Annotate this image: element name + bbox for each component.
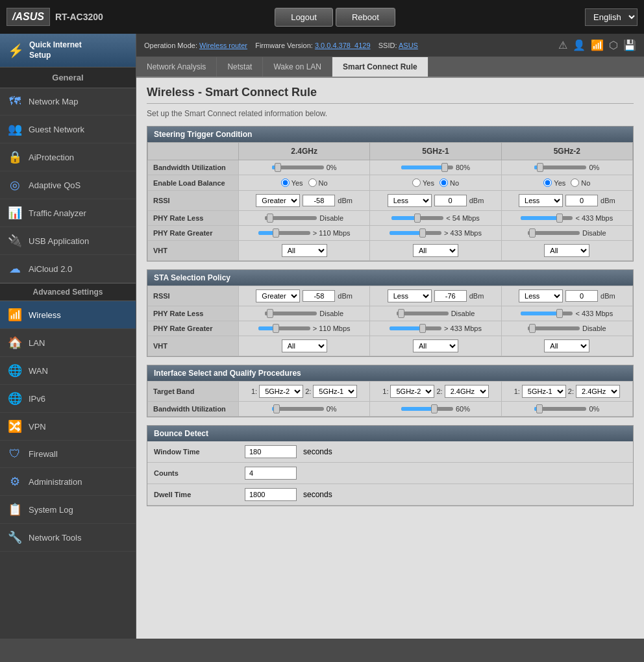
sta-phy-less-slider-51[interactable] <box>397 312 449 315</box>
firmware-value[interactable]: 3.0.0.4.378_4129 <box>315 42 371 49</box>
steering-col-5ghz2: 5GHz-2 <box>501 143 632 160</box>
ssid-value[interactable]: ASUS <box>399 42 418 49</box>
sidebar-item-ipv6[interactable]: 🌐 IPv6 <box>0 385 136 413</box>
sidebar-item-adaptive-qos[interactable]: ◎ Adaptive QoS <box>0 171 136 199</box>
sta-vht-24-select[interactable]: All01 <box>282 339 327 352</box>
iface-bw-slider-51[interactable] <box>401 407 453 411</box>
load-balance-24-no[interactable]: No <box>308 178 328 187</box>
sta-rssi-52-val[interactable] <box>565 290 598 302</box>
rssi-52-val[interactable] <box>565 195 598 206</box>
bounce-counts-input[interactable] <box>245 467 297 480</box>
sidebar-item-network-map[interactable]: 🗺 Network Map <box>0 88 136 116</box>
sidebar-item-vpn[interactable]: 🔀 VPN <box>0 413 136 441</box>
sidebar: ⚡ Quick InternetSetup General 🗺 Network … <box>0 34 136 639</box>
bounce-dwell-input[interactable] <box>245 488 297 501</box>
bounce-counts-label: Counts <box>154 469 238 477</box>
vht-52-select[interactable]: All01 <box>544 244 589 257</box>
tb-col2-2-select[interactable]: 2.4GHz5GHz-15GHz-2 <box>445 385 489 398</box>
bounce-window-input[interactable] <box>245 445 297 458</box>
phy-less-slider-24[interactable] <box>265 216 317 220</box>
sidebar-item-aiprotection[interactable]: 🔒 AiProtection <box>0 143 136 171</box>
interface-section-header: Interface Select and Qualify Procedures <box>147 365 633 381</box>
bw-slider-51[interactable] <box>401 166 453 169</box>
sta-phy-greater-slider-51[interactable] <box>390 326 441 330</box>
traffic-analyzer-icon: 📊 <box>8 206 22 220</box>
iface-bw-val-52: 0% <box>589 405 599 413</box>
load-balance-51-no[interactable]: No <box>440 178 459 187</box>
sta-vht-51-select[interactable]: All01 <box>413 339 458 352</box>
usb-application-icon: 🔌 <box>8 234 22 248</box>
sidebar-item-system-log[interactable]: 📋 System Log <box>0 496 136 524</box>
load-balance-24-yes[interactable]: Yes <box>281 178 303 187</box>
rssi-24-val[interactable] <box>303 195 335 206</box>
tab-netstat[interactable]: Netstat <box>217 57 263 77</box>
bw-slider-24[interactable] <box>272 166 324 169</box>
phy-greater-slider-51[interactable] <box>390 231 441 235</box>
iface-bw-slider-52[interactable] <box>534 407 586 411</box>
logout-button[interactable]: Logout <box>275 8 333 27</box>
tb-col3-2-select[interactable]: 2.4GHz5GHz-15GHz-2 <box>576 385 620 398</box>
sidebar-item-traffic-analyzer[interactable]: 📊 Traffic Analyzer <box>0 199 136 227</box>
sidebar-item-administration[interactable]: ⚙ Administration <box>0 468 136 496</box>
sta-vht-52-select[interactable]: All01 <box>544 339 589 352</box>
sidebar-item-firewall[interactable]: 🛡 Firewall <box>0 441 136 468</box>
tb-col2-1-select[interactable]: 5GHz-25GHz-12.4GHz <box>390 385 434 398</box>
sidebar-item-usb-application[interactable]: 🔌 USB Application <box>0 227 136 255</box>
vht-24-select[interactable]: All01 <box>282 244 327 257</box>
load-balance-52-no[interactable]: No <box>571 178 590 187</box>
sidebar-item-network-tools[interactable]: 🔧 Network Tools <box>0 524 136 552</box>
sta-phy-greater-slider-52[interactable] <box>528 326 580 330</box>
sidebar-item-network-tools-label: Network Tools <box>29 533 81 543</box>
bounce-dwell-row: Dwell Time seconds <box>147 484 633 506</box>
sidebar-item-wan[interactable]: 🌐 WAN <box>0 357 136 385</box>
target-band-label: Target Band <box>148 382 239 402</box>
phy-less-slider-51[interactable] <box>391 216 443 220</box>
phy-greater-val-51: > 433 Mbps <box>444 229 482 237</box>
bw-slider-52[interactable] <box>534 166 586 169</box>
sta-phy-greater-slider-24[interactable] <box>258 326 310 330</box>
rssi-51-op[interactable]: LessGreater <box>388 194 432 207</box>
rssi-51-val[interactable] <box>434 195 467 206</box>
page-title: Wireless - Smart Connect Rule <box>147 86 634 104</box>
iface-bw-label: Bandwidth Utilization <box>148 402 239 417</box>
table-row: VHT All01 <box>148 241 633 261</box>
phy-greater-24: > 110 Mbps <box>239 226 370 241</box>
tb-col1-1-select[interactable]: 5GHz-25GHz-12.4GHz <box>259 385 303 398</box>
sidebar-item-guest-network[interactable]: 👥 Guest Network <box>0 116 136 143</box>
sta-rssi-51-op[interactable]: LessGreater <box>388 289 432 302</box>
sidebar-item-aicloud[interactable]: ☁ AiCloud 2.0 <box>0 255 136 283</box>
sidebar-item-lan[interactable]: 🏠 LAN <box>0 329 136 357</box>
tb-col3-1-select[interactable]: 5GHz-15GHz-22.4GHz <box>522 385 566 398</box>
reboot-button[interactable]: Reboot <box>336 8 395 27</box>
tb-col1-2-select[interactable]: 5GHz-15GHz-22.4GHz <box>313 385 357 398</box>
phy-greater-slider-24[interactable] <box>258 231 310 235</box>
sidebar-item-administration-label: Administration <box>29 477 82 487</box>
vpn-icon: 🔀 <box>8 419 22 434</box>
target-band-col2: 1: 5GHz-25GHz-12.4GHz 2: 2.4GHz5GHz-15GH… <box>370 382 501 402</box>
sta-rssi-24-val[interactable] <box>303 290 335 302</box>
phy-less-52: < 433 Mbps <box>501 211 632 226</box>
load-balance-51-yes[interactable]: Yes <box>412 178 434 187</box>
phy-greater-slider-52[interactable] <box>528 231 580 235</box>
sta-rssi-51-val[interactable] <box>434 290 467 302</box>
steering-section-header: Steering Trigger Condition <box>147 127 633 142</box>
sidebar-item-wireless[interactable]: 📶 Wireless <box>0 301 136 329</box>
status-bar: Operation Mode: Wireless router Firmware… <box>136 34 644 57</box>
load-balance-52-yes[interactable]: Yes <box>543 178 565 187</box>
operation-mode-value[interactable]: Wireless router <box>199 42 247 49</box>
tab-wake-on-lan[interactable]: Wake on LAN <box>263 57 332 77</box>
iface-bw-slider-24[interactable] <box>272 407 324 411</box>
rssi-24-op[interactable]: GreaterLess <box>256 194 300 207</box>
language-select[interactable]: English <box>585 8 638 26</box>
sta-phy-less-slider-24[interactable] <box>265 312 317 315</box>
phy-less-slider-52[interactable] <box>521 216 573 220</box>
tab-smart-connect-rule[interactable]: Smart Connect Rule <box>332 57 428 77</box>
sta-rssi-24-op[interactable]: GreaterLess <box>256 289 300 302</box>
vht-51-select[interactable]: All01 <box>413 244 458 257</box>
rssi-52-op[interactable]: LessGreater <box>519 194 563 207</box>
tab-network-analysis[interactable]: Network Analysis <box>136 57 217 77</box>
top-bar: /ASUS RT-AC3200 Logout Reboot English <box>0 0 644 34</box>
sta-phy-less-slider-52[interactable] <box>521 312 573 315</box>
sta-rssi-52-op[interactable]: LessGreater <box>519 289 563 302</box>
quick-setup-item[interactable]: ⚡ Quick InternetSetup <box>0 34 136 67</box>
